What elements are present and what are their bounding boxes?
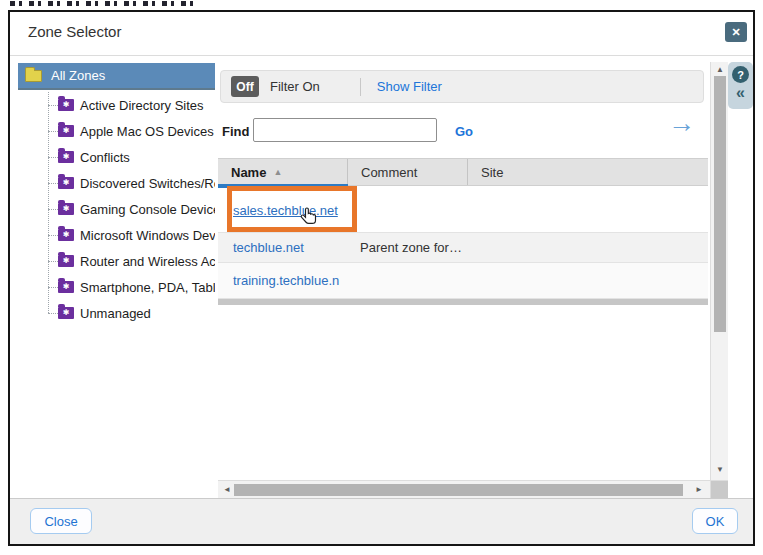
- zone-link-sales[interactable]: sales.techblue.net: [233, 203, 338, 218]
- table-row: techblue.net Parent zone for…: [218, 233, 708, 263]
- header-divider: [10, 55, 753, 56]
- zone-link-training[interactable]: training.techblue.n: [233, 273, 339, 288]
- column-label: Name: [231, 165, 266, 180]
- zone-name-cell: techblue.net: [218, 240, 348, 255]
- scroll-right-icon[interactable]: ►: [695, 486, 703, 494]
- zone-tree: ✱ Active Directory Sites ✱ Apple Mac OS …: [18, 92, 215, 326]
- sort-ascending-icon: ▲: [273, 167, 282, 177]
- filter-off-label: Off: [236, 80, 253, 94]
- zone-link-techblue[interactable]: techblue.net: [233, 240, 304, 255]
- tree-node-conflicts[interactable]: ✱ Conflicts: [18, 144, 215, 170]
- zone-list-panel: Off Filter On Show Filter Find Go → Name…: [218, 62, 708, 480]
- help-flyout-panel: ? «: [728, 62, 753, 109]
- help-glyph: ?: [737, 69, 744, 81]
- obscured-text-fragment: [10, 1, 197, 6]
- asterisk-glyph: ✱: [63, 127, 70, 135]
- tree-node-apple-mac-os-devices[interactable]: ✱ Apple Mac OS Devices: [18, 118, 215, 144]
- asterisk-glyph: ✱: [63, 153, 70, 161]
- help-icon[interactable]: ?: [732, 66, 749, 83]
- asterisk-glyph: ✱: [63, 309, 70, 317]
- asterisk-glyph: ✱: [63, 179, 70, 187]
- scrollbar-corner: [710, 480, 728, 498]
- tree-node-active-directory-sites[interactable]: ✱ Active Directory Sites: [18, 92, 215, 118]
- filter-off-toggle[interactable]: Off: [231, 76, 259, 97]
- purple-folder-icon: ✱: [58, 99, 74, 111]
- show-filter-link[interactable]: Show Filter: [377, 79, 442, 94]
- horizontal-scrollbar-thumb[interactable]: [234, 484, 683, 496]
- tree-node-label: Smartphone, PDA, Tabl: [80, 280, 215, 295]
- zone-name-cell: sales.techblue.net: [218, 203, 348, 218]
- tree-node-label: Discovered Switches/Ro: [80, 176, 215, 191]
- tree-node-label: Conflicts: [80, 150, 130, 165]
- ok-button-label: OK: [706, 514, 725, 529]
- tree-node-label: Microsoft Windows Dev: [80, 228, 215, 243]
- purple-folder-icon: ✱: [58, 203, 74, 215]
- filter-on-label: Filter On: [270, 79, 320, 94]
- tree-node-label: Gaming Console Device: [80, 202, 215, 217]
- comment-cell: Parent zone for…: [348, 240, 468, 255]
- asterisk-glyph: ✱: [63, 283, 70, 291]
- tree-node-smartphone-pda-tablet[interactable]: ✱ Smartphone, PDA, Tabl: [18, 274, 215, 300]
- horizontal-scrollbar[interactable]: ◄ ►: [218, 480, 710, 498]
- toolbar-divider: [360, 78, 361, 96]
- purple-folder-icon: ✱: [58, 151, 74, 163]
- scroll-left-icon[interactable]: ◄: [223, 486, 231, 494]
- dialog-close-button[interactable]: ✕: [725, 22, 747, 42]
- tree-node-label: Apple Mac OS Devices: [80, 124, 214, 139]
- column-label: Site: [481, 165, 503, 180]
- tree-node-discovered-switches[interactable]: ✱ Discovered Switches/Ro: [18, 170, 215, 196]
- tree-node-label: Unmanaged: [80, 306, 151, 321]
- zone-selector-screen: Zone Selector ✕ All Zones ✱ Active Direc…: [0, 0, 763, 555]
- column-header-name[interactable]: Name ▲: [218, 159, 348, 185]
- next-arrow-icon[interactable]: →: [668, 108, 695, 139]
- zone-name-cell: training.techblue.n: [218, 273, 348, 288]
- go-link[interactable]: Go: [455, 124, 473, 139]
- purple-folder-icon: ✱: [58, 125, 74, 137]
- list-end-bar: [218, 299, 708, 305]
- vertical-scrollbar-thumb[interactable]: [714, 76, 726, 332]
- find-label: Find: [222, 124, 249, 139]
- table-row: sales.techblue.net: [218, 188, 708, 233]
- tree-node-microsoft-windows-devices[interactable]: ✱ Microsoft Windows Dev: [18, 222, 215, 248]
- scroll-up-icon[interactable]: ▲: [716, 66, 724, 74]
- collapse-panel-icon[interactable]: «: [736, 85, 745, 101]
- filter-toolbar: Off Filter On Show Filter: [220, 70, 704, 103]
- tree-node-gaming-console-devices[interactable]: ✱ Gaming Console Device: [18, 196, 215, 222]
- asterisk-glyph: ✱: [63, 101, 70, 109]
- table-header: Name ▲ Comment Site: [218, 158, 708, 186]
- close-icon: ✕: [731, 26, 740, 39]
- find-input[interactable]: [253, 118, 437, 142]
- dialog-title: Zone Selector: [28, 23, 121, 40]
- purple-folder-icon: ✱: [58, 307, 74, 319]
- asterisk-glyph: ✱: [63, 231, 70, 239]
- close-button-label: Close: [44, 514, 77, 529]
- tree-node-router-and-wireless[interactable]: ✱ Router and Wireless Ac: [18, 248, 215, 274]
- ok-button[interactable]: OK: [692, 508, 738, 534]
- vertical-scrollbar[interactable]: ▲ ▼: [710, 62, 728, 480]
- yellow-folder-icon: [25, 70, 42, 82]
- tree-node-unmanaged[interactable]: ✱ Unmanaged: [18, 300, 215, 326]
- scroll-down-icon[interactable]: ▼: [716, 466, 724, 474]
- column-label: Comment: [361, 165, 417, 180]
- zone-selector-dialog: Zone Selector ✕ All Zones ✱ Active Direc…: [8, 10, 755, 546]
- purple-folder-icon: ✱: [58, 229, 74, 241]
- close-button[interactable]: Close: [30, 508, 92, 534]
- column-header-comment[interactable]: Comment: [348, 159, 468, 185]
- purple-folder-icon: ✱: [58, 281, 74, 293]
- tree-node-label: Router and Wireless Ac: [80, 254, 215, 269]
- tree-root-underline: [18, 88, 215, 90]
- purple-folder-icon: ✱: [58, 255, 74, 267]
- asterisk-glyph: ✱: [63, 205, 70, 213]
- purple-folder-icon: ✱: [58, 177, 74, 189]
- column-header-site[interactable]: Site: [468, 159, 708, 185]
- tree-node-all-zones[interactable]: All Zones: [18, 63, 215, 88]
- table-row: training.techblue.n: [218, 263, 708, 299]
- dialog-footer: Close OK: [10, 498, 753, 544]
- asterisk-glyph: ✱: [63, 257, 70, 265]
- tree-node-label: Active Directory Sites: [80, 98, 204, 113]
- tree-root-label: All Zones: [51, 68, 105, 83]
